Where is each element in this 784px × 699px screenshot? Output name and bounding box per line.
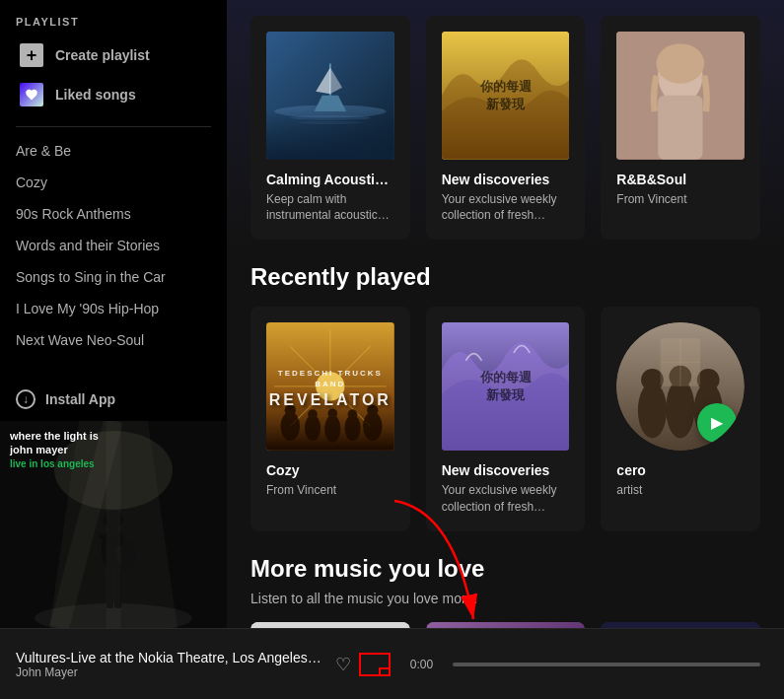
new-discoveries-top-image: 你的每週新發現 ▶ [442,32,570,160]
top-cards-section: ▶ Calming Acousti… Keep calm with instru… [227,0,784,240]
playlist-section-label: PLAYLIST [0,0,227,35]
album-art-sidebar: where the light is john mayer live in lo… [0,421,227,628]
more-music-subtitle: Listen to all the music you love more! [250,591,760,606]
live-label: live in los angeles [10,457,99,470]
svg-point-27 [657,43,705,84]
svg-point-57 [697,369,720,391]
create-playlist-label: Create playlist [55,47,150,63]
cozy-card-image: TEDESCHI TRUCKS BAND REVELATOR ▶ [266,322,394,451]
rnb-soul-subtitle: From Vincent [616,191,745,208]
cero-card[interactable]: ▶ cero artist [601,307,760,530]
rnb-soul-card[interactable]: ▶ R&B&Soul From Vincent [601,16,760,240]
liked-songs-button[interactable]: Liked songs [8,75,219,114]
recently-played-section: Recently played [227,240,784,530]
recently-played-cards: TEDESCHI TRUCKS BAND REVELATOR ▶ Cozy Fr… [250,307,760,530]
artist-name-sidebar: john mayer [10,443,99,456]
rnb-soul-image: ▶ [616,32,745,160]
playlist-item-hip-hop[interactable]: I Love My '90s Hip-Hop [0,293,227,324]
new-discoveries-chinese-top: 你的每週新發現 [473,78,537,113]
new-discoveries-top-title: New discoveries [442,172,570,187]
calming-acoustic-subtitle: Keep calm with instrumental acoustic… [266,191,394,225]
sidebar-actions: + Create playlist Liked songs [0,35,227,122]
player-track-title: Vultures-Live at the Nokia Theatre, Los … [16,650,323,665]
new-discoveries-recent-image: 你的每週新發現 ▶ [442,322,570,451]
playlist-item-neo-soul[interactable]: Next Wave Neo-Soul [0,324,227,356]
recently-played-title: Recently played [250,263,760,291]
svg-point-42 [324,415,340,443]
player-controls: ♡ [335,653,391,676]
calming-acoustic-image: ▶ [266,32,394,160]
more-music-section: More music you love Listen to all the mu… [227,531,784,628]
pip-inner-box [379,667,391,676]
playlist-item-words-stories[interactable]: Words and their Stories [0,230,227,261]
cero-card-image: ▶ [616,322,745,451]
player-track-artist: John Mayer [16,665,323,679]
create-playlist-button[interactable]: + Create playlist [8,35,219,75]
now-playing-sidebar-image: where the light is john mayer live in lo… [0,421,227,628]
create-playlist-icon: + [20,43,43,67]
sidebar-divider [16,126,211,127]
playlist-list: Are & Be Cozy 90s Rock Anthems Words and… [0,131,227,378]
rnb-soul-title: R&B&Soul [616,172,745,187]
svg-rect-26 [658,96,702,160]
svg-point-54 [667,380,695,439]
cero-title: cero [616,462,745,478]
cero-play-button[interactable]: ▶ [697,403,737,443]
cozy-card-subtitle: From Vincent [266,482,394,499]
now-playing-sidebar-text: where the light is john mayer live in lo… [10,429,99,470]
liked-songs-label: Liked songs [55,87,136,103]
liked-songs-icon [20,83,43,106]
cozy-card-title: Cozy [266,462,394,478]
svg-point-53 [641,369,664,391]
install-app-label: Install App [45,391,115,407]
player-track-info: Vultures-Live at the Nokia Theatre, Los … [16,650,323,679]
calming-acoustic-title: Calming Acousti… [266,172,394,187]
cero-subtitle: artist [616,482,745,499]
svg-rect-7 [132,534,135,569]
top-cards-row: ▶ Calming Acousti… Keep calm with instru… [250,16,760,240]
new-discoveries-recent-subtitle: Your exclusive weekly collection of fres… [442,482,570,516]
playlist-item-90s-rock[interactable]: 90s Rock Anthems [0,198,227,230]
time-display: 0:00 [410,658,433,671]
player-bar: Vultures-Live at the Nokia Theatre, Los … [0,628,784,699]
more-music-title: More music you love [250,555,760,583]
new-discoveries-chinese-recent: 你的每週新發現 [473,369,537,404]
new-discoveries-recent-title: New discoveries [442,462,570,478]
svg-point-38 [281,412,300,441]
new-discoveries-top-subtitle: Your exclusive weekly collection of fres… [442,191,570,225]
playlist-item-songs-car[interactable]: Songs to Sing in the Car [0,261,227,293]
new-discoveries-recent-card[interactable]: 你的每週新發現 ▶ New discoveries Your exclusive… [426,307,586,530]
playlist-item-cozy[interactable]: Cozy [0,167,227,198]
pip-button[interactable] [359,653,391,676]
new-discoveries-top-card[interactable]: 你的每週新發現 ▶ New discoveries Your exclusive… [426,16,586,240]
cozy-card[interactable]: TEDESCHI TRUCKS BAND REVELATOR ▶ Cozy Fr… [250,307,410,530]
sidebar: PLAYLIST + Create playlist Liked songs A… [0,0,227,628]
calming-acoustic-card[interactable]: ▶ Calming Acousti… Keep calm with instru… [250,16,410,240]
heart-button[interactable]: ♡ [335,654,351,675]
progress-bar[interactable] [453,663,760,666]
install-app-button[interactable]: ↓ Install App [0,378,227,421]
playlist-item-are-and-be[interactable]: Are & Be [0,135,227,167]
main-content: ▶ Calming Acousti… Keep calm with instru… [227,0,784,628]
download-icon: ↓ [16,389,36,409]
track-context-label: where the light is [10,429,99,443]
tedeschi-trucks-text: TEDESCHI TRUCKS BAND [269,368,392,389]
